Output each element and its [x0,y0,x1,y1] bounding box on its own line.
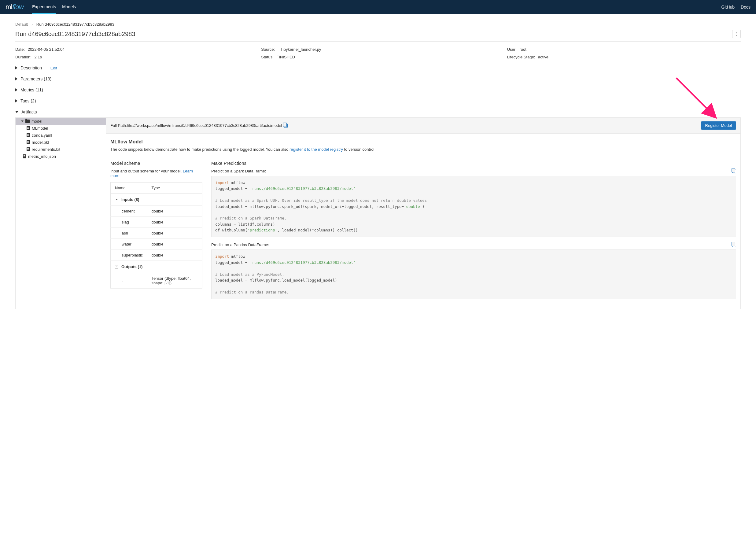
make-predictions-column: Make Predictions Predict on a Spark Data… [207,156,740,309]
run-metadata: Date: 2022-04-05 21:52:04 Source: ipyker… [15,42,741,62]
file-icon [26,133,30,137]
link-github[interactable]: GitHub [721,5,735,9]
caret-right-icon [15,66,17,69]
schema-inputs-group[interactable]: Inputs (8) [111,193,202,206]
caret-right-icon [15,99,17,102]
spark-code-block: import mlflow logged_model = 'runs:/d469… [211,176,736,237]
pandas-code-block: import mlflow logged_model = 'runs:/d469… [211,250,736,299]
meta-user-value: root [519,47,526,52]
path-label: Full Path: [110,123,127,128]
laptop-icon [278,48,282,51]
tree-file-requirements[interactable]: requirements.txt [16,146,106,153]
caret-down-icon [15,111,18,113]
caret-down-icon [21,120,23,122]
breadcrumb-current: Run d469c6cec0124831977cb3c828ab2983 [37,22,114,26]
page-title: Run d469c6cec0124831977cb3c828ab2983 [15,31,135,38]
app-header: mlflow Experiments Models GitHub Docs [0,0,756,14]
tree-file-metric-info[interactable]: metric_info.json [16,153,106,160]
meta-date-label: Date: [15,47,25,52]
meta-date-value: 2022-04-05 21:52:04 [28,47,65,52]
meta-lifecycle-label: Lifecycle Stage: [507,55,535,59]
meta-user-label: User: [507,47,517,52]
caret-right-icon [15,88,17,92]
schema-table: NameType Inputs (8)cementdoubleslagdoubl… [110,182,202,289]
meta-source-label: Source: [261,47,275,52]
meta-status-value: FINISHED [276,55,295,59]
predictions-title: Make Predictions [211,161,736,166]
section-parameters[interactable]: Parameters (13) [15,76,741,81]
artifact-tree: model MLmodel conda.yaml model.pkl requi… [16,118,106,309]
spark-predict-title: Predict on a Spark DataFrame: [211,169,731,173]
schema-input-row: ashdouble [111,228,202,239]
breadcrumb: Default › Run d469c6cec0124831977cb3c828… [15,19,741,30]
schema-col-name: Name [111,182,148,193]
breadcrumb-root[interactable]: Default [15,22,28,26]
section-description[interactable]: Description Edit [15,65,741,70]
folder-icon [25,119,30,123]
schema-input-row: slagdouble [111,217,202,228]
tree-folder-model[interactable]: model [16,118,106,125]
artifacts-panel: model MLmodel conda.yaml model.pkl requi… [15,117,741,309]
copy-icon[interactable] [733,169,736,173]
path-value: file:///workspace/mlflow/mlruns/0/d469c6… [127,123,282,128]
model-schema-column: Model schema Input and output schema for… [106,156,207,309]
model-panel-title: MLflow Model [110,139,736,145]
schema-title: Model schema [110,161,202,166]
section-metrics[interactable]: Metrics (11) [15,88,741,92]
artifact-path-bar: Full Path:file:///workspace/mlflow/mlrun… [106,118,740,133]
caret-right-icon [15,77,17,80]
edit-description-link[interactable]: Edit [50,66,57,70]
nav-tab-models[interactable]: Models [62,1,76,14]
schema-input-row: cementdouble [111,206,202,217]
pandas-predict-title: Predict on a Pandas DataFrame: [211,242,731,247]
model-panel-desc: The code snippets below demonstrate how … [110,147,736,152]
copy-icon[interactable] [733,243,736,247]
schema-input-row: waterdouble [111,239,202,250]
section-tags[interactable]: Tags (2) [15,99,741,103]
register-model-button[interactable]: Register Model [701,121,736,130]
file-icon [26,126,30,130]
register-registry-link[interactable]: register it to the model registry [290,147,343,152]
chevron-right-icon: › [32,22,33,26]
schema-outputs-group[interactable]: Outputs (1) [111,261,202,273]
file-icon [23,154,26,158]
more-actions-button[interactable]: ⋮ [732,30,741,38]
meta-lifecycle-value: active [538,55,548,59]
schema-input-row: superplasticdouble [111,250,202,261]
schema-col-type: Type [147,182,202,193]
link-docs[interactable]: Docs [741,5,751,9]
copy-icon[interactable] [284,123,288,128]
nav-tabs: Experiments Models [32,1,76,14]
file-icon [26,140,30,144]
meta-status-label: Status: [261,55,273,59]
meta-duration-value: 2.1s [34,55,42,59]
meta-duration-label: Duration: [15,55,32,59]
tree-file-mlmodel[interactable]: MLmodel [16,125,106,132]
logo: mlflow [5,3,23,11]
schema-output-row: -Tensor (dtype: float64, shape: [-1]) [111,273,202,289]
tree-file-conda[interactable]: conda.yaml [16,132,106,139]
nav-tab-experiments[interactable]: Experiments [32,1,56,14]
file-icon [26,147,30,151]
tree-file-pkl[interactable]: model.pkl [16,139,106,146]
meta-source-value: ipykernel_launcher.py [283,47,321,52]
section-artifacts[interactable]: Artifacts [15,109,741,114]
